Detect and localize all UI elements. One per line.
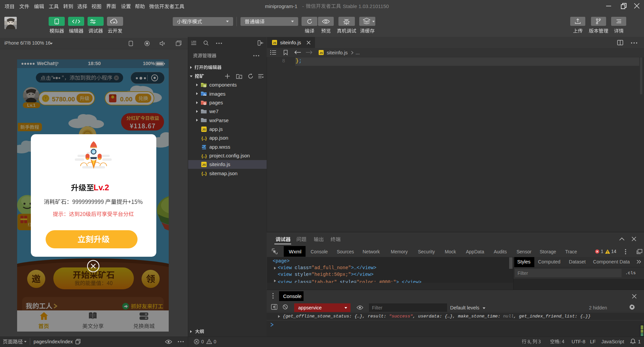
- svg-text:JS: JS: [319, 51, 323, 55]
- svg-text:{..}: {..}: [201, 136, 207, 141]
- svg-text:JS: JS: [202, 128, 206, 131]
- svg-text:JS: JS: [273, 41, 276, 45]
- svg-text:{..}: {..}: [201, 154, 207, 158]
- svg-text:JS: JS: [202, 163, 206, 166]
- svg-text:{..}: {..}: [201, 171, 207, 176]
